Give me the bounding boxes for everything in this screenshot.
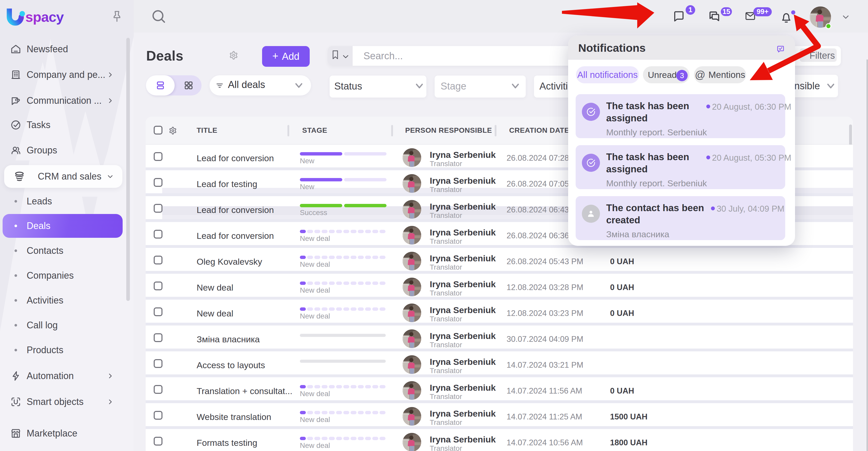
svg-text:spacy: spacy	[25, 9, 64, 25]
